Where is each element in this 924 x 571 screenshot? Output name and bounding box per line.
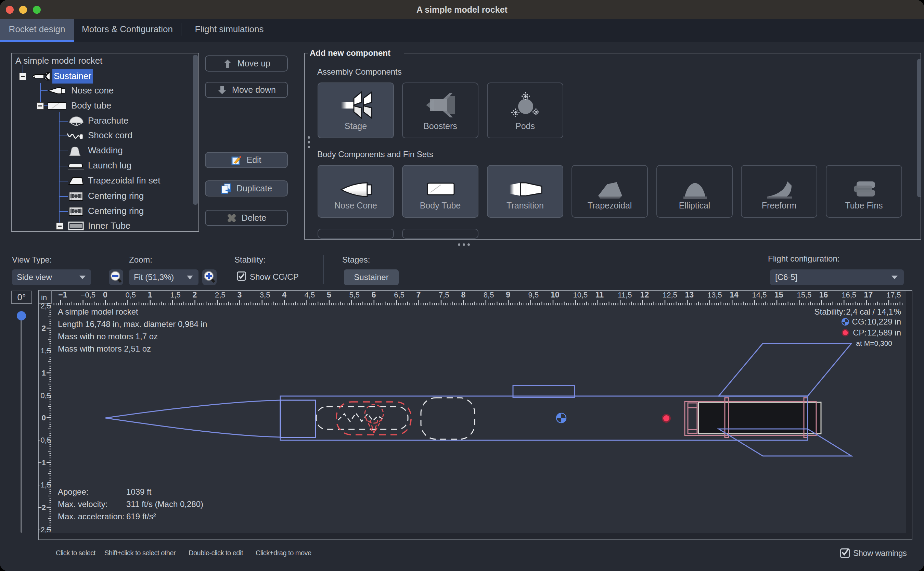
- svg-text:1,5: 1,5: [170, 291, 181, 299]
- svg-text:6,5: 6,5: [394, 291, 405, 299]
- svg-text:11: 11: [596, 290, 604, 299]
- svg-text:2,5: 2,5: [215, 291, 225, 299]
- svg-text:9: 9: [506, 290, 510, 299]
- svg-text:−0,5: −0,5: [81, 291, 95, 299]
- svg-text:in: in: [41, 293, 47, 302]
- svg-text:2,5: 2,5: [40, 302, 51, 310]
- svg-text:−2: −2: [38, 503, 46, 512]
- svg-text:Mass with motors 2,51 oz: Mass with motors 2,51 oz: [58, 344, 151, 353]
- svg-text:11,5: 11,5: [618, 291, 632, 299]
- svg-text:1,5: 1,5: [40, 346, 51, 355]
- svg-text:16: 16: [819, 290, 828, 299]
- svg-text:−1,5: −1,5: [38, 481, 51, 489]
- svg-text:14,5: 14,5: [752, 291, 767, 299]
- svg-text:1: 1: [42, 369, 46, 377]
- svg-text:7: 7: [416, 290, 421, 299]
- svg-text:−1: −1: [38, 458, 46, 467]
- svg-text:13: 13: [685, 290, 694, 299]
- svg-text:Max. velocity:: Max. velocity:: [58, 500, 108, 509]
- svg-text:Length 16,748 in, max. diamete: Length 16,748 in, max. diameter 0,984 in: [58, 319, 207, 329]
- svg-text:12,5: 12,5: [662, 291, 677, 299]
- svg-text:−2,5: −2,5: [38, 525, 51, 534]
- svg-text:15: 15: [775, 290, 783, 299]
- svg-text:CP: 12,589 in: CP: 12,589 in: [853, 328, 901, 337]
- svg-text:3: 3: [237, 290, 242, 299]
- svg-text:−1: −1: [58, 290, 67, 299]
- svg-text:Max. acceleration:: Max. acceleration:: [58, 512, 125, 521]
- svg-text:Apogee:: Apogee:: [58, 487, 88, 496]
- svg-text:619 ft/s²: 619 ft/s²: [126, 512, 156, 521]
- svg-text:10: 10: [551, 290, 559, 299]
- svg-text:14: 14: [730, 290, 739, 299]
- svg-text:5: 5: [327, 290, 331, 299]
- svg-text:6: 6: [372, 290, 376, 299]
- svg-text:0: 0: [103, 290, 108, 299]
- svg-text:0,5: 0,5: [40, 391, 51, 400]
- svg-text:3,5: 3,5: [260, 291, 270, 299]
- svg-text:1: 1: [148, 290, 152, 299]
- svg-text:12: 12: [640, 290, 649, 299]
- svg-text:CG: 10,229 in: CG: 10,229 in: [852, 317, 901, 326]
- svg-text:Mass with no motors 1,7 oz: Mass with no motors 1,7 oz: [58, 332, 158, 341]
- svg-text:10,5: 10,5: [573, 291, 588, 299]
- svg-text:8: 8: [461, 290, 465, 299]
- svg-text:15,5: 15,5: [797, 291, 812, 299]
- svg-text:13,5: 13,5: [707, 291, 722, 299]
- svg-text:1039 ft: 1039 ft: [126, 487, 152, 496]
- svg-text:2: 2: [42, 324, 46, 332]
- svg-text:9,5: 9,5: [528, 291, 539, 299]
- svg-text:5,5: 5,5: [349, 291, 360, 299]
- svg-text:4: 4: [282, 290, 286, 299]
- svg-text:311 ft/s (Mach 0,280): 311 ft/s (Mach 0,280): [126, 500, 203, 509]
- svg-text:2: 2: [192, 290, 197, 299]
- svg-text:at M=0,300: at M=0,300: [856, 339, 892, 347]
- svg-text:0,5: 0,5: [125, 291, 136, 299]
- svg-text:7,5: 7,5: [439, 291, 449, 299]
- svg-text:0: 0: [42, 414, 46, 422]
- svg-text:16,5: 16,5: [841, 291, 856, 299]
- svg-text:17,5: 17,5: [886, 291, 901, 299]
- svg-text:A simple model rocket: A simple model rocket: [58, 307, 138, 316]
- svg-text:17: 17: [864, 290, 873, 299]
- svg-text:−0,5: −0,5: [38, 436, 51, 444]
- svg-text:8,5: 8,5: [484, 291, 494, 299]
- svg-text:Stability: 2,4 cal / 14,1 %: Stability: 2,4 cal / 14,1 %: [815, 307, 901, 316]
- svg-text:4,5: 4,5: [305, 291, 315, 299]
